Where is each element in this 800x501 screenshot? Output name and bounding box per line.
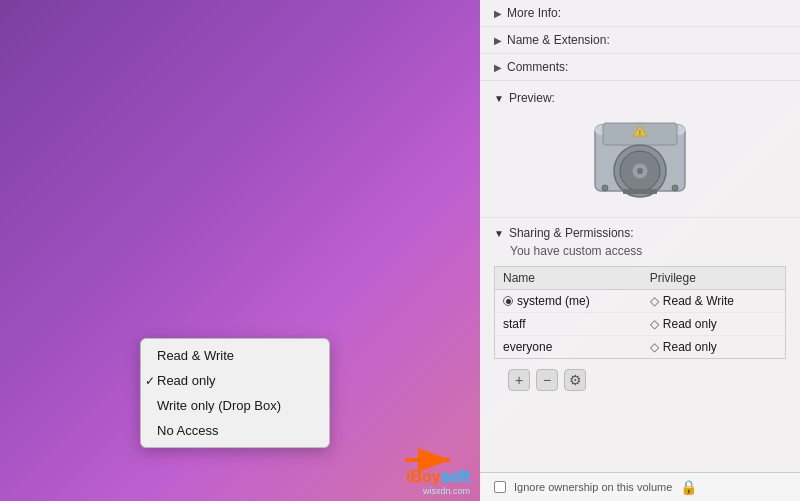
dropdown-item-write-only-label: Write only (Drop Box) — [157, 398, 281, 413]
row1-privilege-cell[interactable]: ◇ Read & Write — [650, 294, 777, 308]
sharing-label: Sharing & Permissions: — [509, 226, 634, 240]
preview-arrow: ▼ — [494, 93, 504, 104]
preview-label: Preview: — [509, 91, 555, 105]
settings-button[interactable]: ⚙ — [564, 369, 586, 391]
row2-name-cell: staff — [503, 317, 634, 331]
row2-name: staff — [503, 317, 525, 331]
brand-watermark: iBoysoft wisxdn.com — [406, 468, 470, 496]
svg-rect-11 — [623, 189, 657, 194]
name-extension-row[interactable]: ▶ Name & Extension: — [480, 27, 800, 54]
permissions-table: Name Privilege systemd (me) ◇ — [494, 266, 786, 359]
remove-button[interactable]: − — [536, 369, 558, 391]
dropdown-item-read-write[interactable]: Read & Write — [141, 343, 329, 368]
checkmark-icon: ✓ — [145, 374, 155, 388]
row3-stepper-icon: ◇ — [650, 340, 659, 354]
name-extension-label: Name & Extension: — [507, 33, 610, 47]
row3-name: everyone — [503, 340, 552, 354]
sharing-section: ▼ Sharing & Permissions: You have custom… — [480, 218, 800, 391]
dropdown-item-write-only[interactable]: Write only (Drop Box) — [141, 393, 329, 418]
brand-boy: Boy — [410, 468, 440, 485]
row1-stepper-icon: ◇ — [650, 294, 659, 308]
row3-name-cell: everyone — [503, 340, 634, 354]
row2-privilege-cell[interactable]: ◇ Read only — [650, 317, 777, 331]
sharing-header[interactable]: ▼ Sharing & Permissions: — [494, 226, 786, 240]
comments-label: Comments: — [507, 60, 568, 74]
preview-header[interactable]: ▼ Preview: — [494, 91, 786, 105]
row2-privilege: Read only — [663, 317, 717, 331]
name-extension-arrow: ▶ — [494, 35, 502, 46]
finder-info-panel: ▶ More Info: ▶ Name & Extension: ▶ Comme… — [480, 0, 800, 501]
custom-access-text: You have custom access — [494, 244, 786, 258]
table-row: systemd (me) ◇ Read & Write — [495, 290, 786, 313]
dropdown-item-read-only-label: Read only — [157, 373, 216, 388]
table-row: staff ◇ Read only — [495, 313, 786, 336]
row3-privilege-cell[interactable]: ◇ Read only — [650, 340, 777, 354]
preview-section: ▼ Preview: ! — [480, 81, 800, 218]
row1-privilege: Read & Write — [663, 294, 734, 308]
row1-radio — [503, 296, 513, 306]
svg-text:!: ! — [639, 129, 641, 136]
col-name-header: Name — [495, 267, 642, 290]
brand-site: wisxdn.com — [423, 486, 470, 496]
action-buttons: + − ⚙ — [494, 363, 786, 391]
comments-row[interactable]: ▶ Comments: — [480, 54, 800, 81]
row2-stepper-icon: ◇ — [650, 317, 659, 331]
add-button[interactable]: + — [508, 369, 530, 391]
svg-point-9 — [602, 185, 608, 191]
brand-soft: soft — [441, 468, 470, 485]
lock-icon[interactable]: 🔒 — [680, 479, 697, 495]
svg-point-8 — [637, 168, 643, 174]
dropdown-item-no-access[interactable]: No Access — [141, 418, 329, 443]
dropdown-item-read-only[interactable]: ✓ Read only — [141, 368, 329, 393]
brand-name: iBoysoft — [406, 468, 470, 486]
sharing-arrow: ▼ — [494, 228, 504, 239]
hdd-image: ! — [585, 113, 695, 203]
row1-name-cell: systemd (me) — [503, 294, 634, 308]
bottom-bar: Ignore ownership on this volume 🔒 — [480, 472, 800, 501]
more-info-row[interactable]: ▶ More Info: — [480, 0, 800, 27]
dropdown-item-read-write-label: Read & Write — [157, 348, 234, 363]
table-row: everyone ◇ Read only — [495, 336, 786, 359]
privilege-dropdown[interactable]: Read & Write ✓ Read only Write only (Dro… — [140, 338, 330, 448]
svg-point-10 — [672, 185, 678, 191]
ownership-checkbox[interactable] — [494, 481, 506, 493]
row3-privilege: Read only — [663, 340, 717, 354]
comments-arrow: ▶ — [494, 62, 502, 73]
col-privilege-header: Privilege — [642, 267, 786, 290]
dropdown-item-no-access-label: No Access — [157, 423, 218, 438]
row1-name: systemd (me) — [517, 294, 590, 308]
ownership-label: Ignore ownership on this volume — [514, 481, 672, 493]
more-info-arrow: ▶ — [494, 8, 502, 19]
more-info-label: More Info: — [507, 6, 561, 20]
